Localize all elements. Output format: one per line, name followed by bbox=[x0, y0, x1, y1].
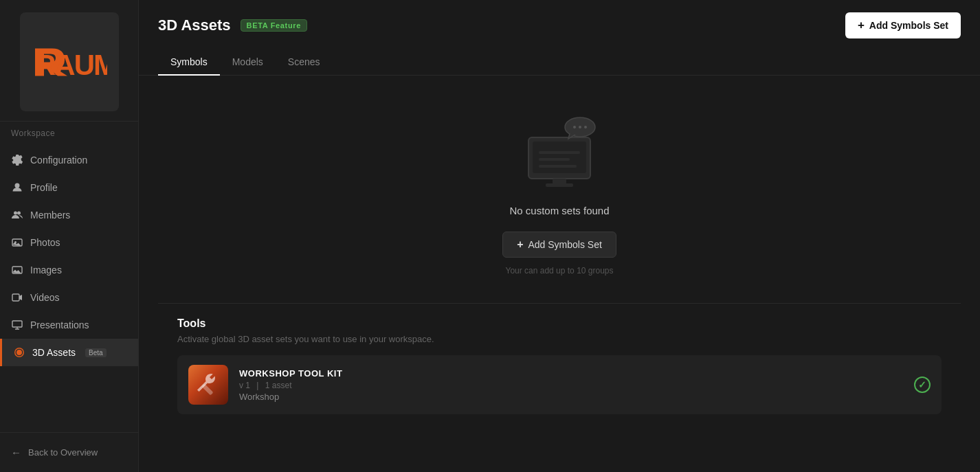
tool-thumbnail bbox=[188, 365, 228, 405]
sidebar-item-presentations[interactable]: Presentations bbox=[0, 311, 138, 339]
empty-state: No custom sets found + Add Symbols Set Y… bbox=[158, 76, 961, 303]
svg-rect-10 bbox=[533, 142, 586, 173]
photos-icon bbox=[11, 236, 23, 249]
add-symbols-set-button-empty[interactable]: + Add Symbols Set bbox=[502, 232, 616, 258]
members-icon bbox=[11, 209, 23, 221]
svg-point-1 bbox=[15, 183, 20, 188]
profile-icon bbox=[11, 181, 23, 194]
tool-info: WORKSHOP TOOL KIT v 1 | 1 asset Workshop bbox=[239, 368, 903, 402]
svg-point-3 bbox=[17, 212, 21, 215]
empty-state-title: No custom sets found bbox=[509, 205, 609, 216]
svg-point-16 bbox=[584, 126, 587, 128]
sidebar-item-photos[interactable]: Photos bbox=[0, 229, 138, 256]
add-symbols-set-label-header: Add Symbols Set bbox=[869, 20, 948, 31]
tool-thumb-svg bbox=[192, 368, 225, 401]
tool-check-icon: ✓ bbox=[914, 377, 931, 393]
presentations-label: Presentations bbox=[30, 319, 89, 330]
svg-rect-19 bbox=[539, 165, 577, 168]
add-symbols-set-button-header[interactable]: + Add Symbols Set bbox=[845, 12, 961, 38]
tab-symbols[interactable]: Symbols bbox=[158, 49, 220, 76]
photos-label: Photos bbox=[30, 237, 60, 248]
empty-illustration bbox=[515, 117, 604, 192]
back-arrow-icon: ← bbox=[11, 447, 21, 458]
3d-assets-label: 3D Assets bbox=[32, 347, 76, 358]
tool-meta: v 1 | 1 asset bbox=[239, 381, 903, 390]
logo-box: RAUM bbox=[20, 12, 119, 111]
main-header: 3D Assets BETA Feature + Add Symbols Set bbox=[139, 0, 980, 38]
svg-rect-8 bbox=[12, 321, 22, 327]
svg-rect-18 bbox=[539, 158, 570, 161]
images-label: Images bbox=[30, 265, 62, 276]
back-to-overview-button[interactable]: ← Back to Overview bbox=[0, 436, 138, 469]
svg-rect-20 bbox=[202, 384, 214, 396]
configuration-icon bbox=[11, 154, 23, 166]
tools-section: Tools Activate global 3D asset sets you … bbox=[158, 303, 961, 428]
3d-assets-badge: Beta bbox=[85, 348, 107, 357]
tool-separator: | bbox=[256, 381, 258, 390]
tools-section-title: Tools bbox=[177, 317, 942, 330]
sidebar-logo-area: RAUM bbox=[0, 0, 138, 122]
page-title: 3D Assets bbox=[158, 16, 231, 34]
members-label: Members bbox=[30, 210, 70, 221]
raum-logo: RAUM bbox=[32, 41, 107, 82]
tabs-bar: Symbols Models Scenes bbox=[139, 49, 980, 76]
sidebar-item-videos[interactable]: Videos bbox=[0, 284, 138, 311]
sidebar-item-profile[interactable]: Profile bbox=[0, 174, 138, 201]
sidebar-item-3d-assets[interactable]: 3D Assets Beta bbox=[0, 339, 138, 366]
tab-scenes-label: Scenes bbox=[288, 56, 320, 67]
profile-label: Profile bbox=[30, 182, 58, 193]
sidebar-nav: Configuration Profile Members Photos bbox=[0, 144, 138, 432]
tool-item-workshop[interactable]: WORKSHOP TOOL KIT v 1 | 1 asset Workshop… bbox=[177, 355, 942, 414]
tool-version: v 1 bbox=[239, 381, 250, 390]
main-content: 3D Assets BETA Feature + Add Symbols Set… bbox=[139, 0, 980, 472]
plus-icon-empty: + bbox=[517, 238, 523, 251]
workspace-label: Workspace bbox=[0, 122, 138, 144]
add-symbols-set-label-empty: Add Symbols Set bbox=[528, 239, 601, 250]
svg-text:RAUM: RAUM bbox=[35, 49, 107, 81]
empty-hint: Your can add up to 10 groups bbox=[505, 266, 613, 276]
videos-label: Videos bbox=[30, 292, 60, 303]
sidebar: RAUM Workspace Configuration Profile Mem… bbox=[0, 0, 139, 472]
videos-icon bbox=[11, 291, 23, 304]
back-to-overview-label: Back to Overview bbox=[28, 447, 98, 458]
sidebar-item-images[interactable]: Images bbox=[0, 256, 138, 284]
svg-rect-12 bbox=[546, 183, 573, 187]
tool-sub: Workshop bbox=[239, 392, 903, 402]
tools-section-desc: Activate global 3D asset sets you want t… bbox=[177, 334, 942, 344]
3d-assets-icon bbox=[13, 346, 25, 359]
tool-name: WORKSHOP TOOL KIT bbox=[239, 368, 903, 379]
tab-symbols-label: Symbols bbox=[170, 56, 208, 67]
svg-point-14 bbox=[573, 126, 576, 128]
presentations-icon bbox=[11, 319, 23, 331]
svg-rect-11 bbox=[553, 179, 566, 184]
configuration-label: Configuration bbox=[30, 155, 87, 166]
tool-asset-count: 1 asset bbox=[265, 381, 292, 390]
sidebar-item-members[interactable]: Members bbox=[0, 201, 138, 229]
plus-icon-header: + bbox=[858, 19, 865, 32]
tab-scenes[interactable]: Scenes bbox=[276, 49, 333, 76]
beta-badge: BETA Feature bbox=[241, 19, 307, 32]
sidebar-bottom: ← Back to Overview bbox=[0, 432, 138, 472]
content-area: No custom sets found + Add Symbols Set Y… bbox=[139, 76, 980, 472]
svg-rect-7 bbox=[12, 294, 19, 301]
sidebar-item-configuration[interactable]: Configuration bbox=[0, 146, 138, 174]
tab-models[interactable]: Models bbox=[220, 49, 276, 76]
svg-point-2 bbox=[14, 212, 17, 215]
svg-rect-17 bbox=[539, 151, 580, 154]
svg-point-15 bbox=[579, 126, 581, 128]
tab-models-label: Models bbox=[232, 56, 263, 67]
header-left: 3D Assets BETA Feature bbox=[158, 16, 307, 34]
images-icon bbox=[11, 264, 23, 276]
